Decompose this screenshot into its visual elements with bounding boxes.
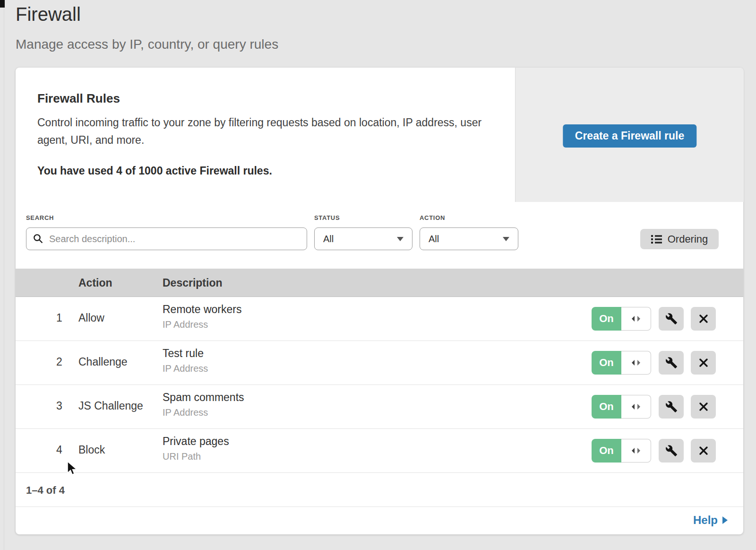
table-row: 2 Challenge Test rule IP Address On xyxy=(16,341,743,385)
action-select-value: All xyxy=(429,234,439,244)
firewall-page: { "page": { "title": "Firewall", "subtit… xyxy=(0,0,756,550)
page-subtitle: Manage access by IP, country, or query r… xyxy=(16,37,278,52)
arrow-right-icon xyxy=(722,516,728,524)
rule-toggle[interactable]: On xyxy=(592,395,651,419)
search-icon xyxy=(33,234,43,244)
toggle-arrows-handle[interactable] xyxy=(621,439,651,463)
column-header-action: Action xyxy=(78,269,112,297)
rule-description: Spam comments xyxy=(163,391,244,404)
delete-rule-button[interactable] xyxy=(691,395,716,419)
ordering-button-label: Ordering xyxy=(668,233,708,245)
toggle-on-label[interactable]: On xyxy=(592,307,621,331)
chevron-down-icon xyxy=(503,237,509,241)
delete-rule-button[interactable] xyxy=(691,307,716,331)
rule-priority: 1 xyxy=(49,312,70,324)
close-icon xyxy=(698,314,709,324)
wrench-icon xyxy=(665,357,678,369)
delete-rule-button[interactable] xyxy=(691,351,716,375)
usage-summary: You have used 4 of 1000 active Firewall … xyxy=(37,165,272,177)
create-rule-panel: Create a Firewall rule xyxy=(515,68,744,202)
ordering-button[interactable]: Ordering xyxy=(640,229,719,249)
table-row: 3 JS Challenge Spam comments IP Address … xyxy=(16,385,743,429)
close-icon xyxy=(698,358,709,368)
toggle-arrows-handle[interactable] xyxy=(621,307,651,331)
rule-field: URI Path xyxy=(163,451,201,462)
card-heading: Firewall Rules xyxy=(37,91,120,106)
rule-field: IP Address xyxy=(163,363,208,374)
rule-field: IP Address xyxy=(163,407,208,418)
rule-action: Allow xyxy=(78,312,104,324)
wrench-icon xyxy=(665,445,678,457)
left-right-arrows-icon xyxy=(630,447,642,454)
toggle-arrows-handle[interactable] xyxy=(621,395,651,419)
table-row: 1 Allow Remote workers IP Address On xyxy=(16,297,743,341)
rule-toggle[interactable]: On xyxy=(592,307,651,331)
card-footer: Help xyxy=(16,507,743,534)
delete-rule-button[interactable] xyxy=(691,439,716,463)
action-label: ACTION xyxy=(420,214,445,221)
firewall-rules-card: Create a Firewall rule Firewall Rules Co… xyxy=(16,68,743,534)
status-label: STATUS xyxy=(314,214,340,221)
chevron-down-icon xyxy=(397,237,404,241)
left-right-arrows-icon xyxy=(630,315,642,323)
pagination-range: 1–4 of 4 xyxy=(26,484,65,497)
rule-description: Private pages xyxy=(163,435,229,448)
rule-field: IP Address xyxy=(163,319,208,330)
rule-priority: 2 xyxy=(49,356,70,368)
page-title: Firewall xyxy=(16,4,81,25)
rule-action: JS Challenge xyxy=(78,400,143,412)
pagination-bar: 1–4 of 4 xyxy=(16,473,743,507)
column-header-description: Description xyxy=(163,269,223,297)
edit-rule-button[interactable] xyxy=(659,439,684,463)
window-edge-line xyxy=(4,0,4,550)
help-link[interactable]: Help xyxy=(693,514,728,527)
edit-rule-button[interactable] xyxy=(659,351,684,375)
toggle-on-label[interactable]: On xyxy=(592,439,621,463)
table-header: Action Description xyxy=(16,269,743,297)
rule-description: Remote workers xyxy=(163,303,241,316)
help-link-label: Help xyxy=(693,514,718,527)
rule-toggle[interactable]: On xyxy=(592,351,651,375)
edit-rule-button[interactable] xyxy=(659,395,684,419)
rule-action: Block xyxy=(78,444,105,456)
close-icon xyxy=(698,445,709,456)
rule-description: Test rule xyxy=(163,347,204,360)
search-input[interactable] xyxy=(48,233,300,245)
card-description: Control incoming traffic to your zone by… xyxy=(37,114,486,149)
wrench-icon xyxy=(665,401,678,413)
rule-priority: 4 xyxy=(49,444,70,456)
action-select[interactable]: All xyxy=(420,227,518,250)
left-right-arrows-icon xyxy=(630,403,642,410)
create-firewall-rule-button[interactable]: Create a Firewall rule xyxy=(563,124,696,148)
toggle-on-label[interactable]: On xyxy=(592,395,621,419)
table-row: 4 Block Private pages URI Path On xyxy=(16,429,743,473)
search-label: SEARCH xyxy=(26,214,54,221)
rule-action: Challenge xyxy=(78,356,128,368)
window-corner-artifact xyxy=(0,0,5,8)
wrench-icon xyxy=(665,313,678,325)
rule-priority: 3 xyxy=(49,400,70,412)
ordered-list-icon xyxy=(651,235,662,244)
status-select[interactable]: All xyxy=(314,227,412,250)
toggle-arrows-handle[interactable] xyxy=(621,351,651,375)
rule-toggle[interactable]: On xyxy=(592,439,651,463)
edit-rule-button[interactable] xyxy=(659,307,684,331)
close-icon xyxy=(698,402,709,412)
toggle-on-label[interactable]: On xyxy=(592,351,621,375)
search-box[interactable] xyxy=(26,227,307,250)
status-select-value: All xyxy=(323,234,334,244)
left-right-arrows-icon xyxy=(630,359,642,367)
